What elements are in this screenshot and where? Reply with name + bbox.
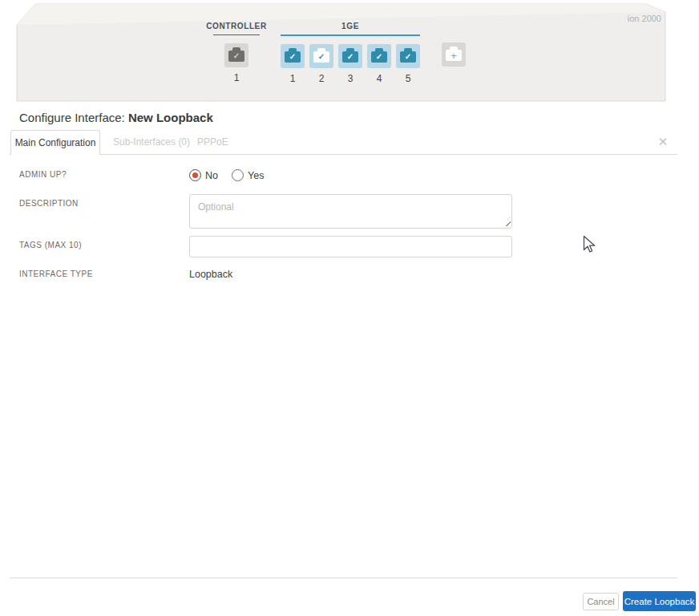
- tab-pppoe[interactable]: PPPoE: [197, 130, 228, 155]
- port-jack-icon: ✓: [228, 51, 244, 62]
- cancel-button[interactable]: Cancel: [583, 593, 619, 610]
- radio-yes-label: Yes: [248, 170, 264, 181]
- device-panel: ion 2000 CONTROLLER ✓ 1 1GE ✓: [0, 0, 699, 104]
- admin-up-radio-yes[interactable]: Yes: [232, 169, 264, 181]
- check-icon: ✓: [285, 51, 301, 63]
- one-ge-port-4[interactable]: ✓: [367, 44, 391, 68]
- device-model-label: ion 2000: [589, 14, 661, 23]
- check-icon: ✓: [400, 51, 416, 63]
- controller-port-group: CONTROLLER ✓ 1: [204, 21, 269, 83]
- one-ge-port-5[interactable]: ✓: [396, 44, 420, 68]
- port-jack-icon: ✓: [313, 51, 329, 63]
- one-ge-port-1[interactable]: ✓: [281, 44, 305, 68]
- create-loopback-button[interactable]: Create Loopback: [623, 591, 696, 611]
- one-ge-group-label: 1GE: [281, 21, 420, 32]
- controller-group-underline: [213, 34, 260, 35]
- port-jack-icon: +: [446, 50, 462, 61]
- check-icon: ✓: [313, 51, 329, 63]
- interface-type-value: Loopback: [189, 269, 232, 280]
- one-ge-port-2[interactable]: ✓: [309, 44, 333, 68]
- port-number: 2: [309, 73, 333, 84]
- check-icon: ✓: [371, 51, 387, 63]
- dialog-title: Configure Interface: New Loopback: [19, 111, 213, 124]
- port-jack-icon: ✓: [371, 51, 387, 63]
- controller-group-label: CONTROLLER: [204, 21, 269, 32]
- radio-unselected-icon[interactable]: [232, 169, 244, 181]
- dialog-title-name: New Loopback: [128, 111, 213, 124]
- description-label: DESCRIPTION: [19, 199, 79, 208]
- one-ge-group-underline: [281, 34, 420, 36]
- close-icon[interactable]: ✕: [656, 135, 670, 149]
- admin-up-radio-group: No Yes: [189, 169, 264, 181]
- tags-input[interactable]: [189, 236, 512, 257]
- port-jack-icon: ✓: [342, 51, 358, 63]
- plus-icon: +: [446, 50, 462, 61]
- port-number: 1: [281, 73, 305, 84]
- tab-sub-interfaces[interactable]: Sub-Interfaces (0): [113, 130, 190, 155]
- tabbar-divider: [10, 154, 677, 155]
- dialog-title-prefix: Configure Interface:: [19, 111, 128, 124]
- port-jack-icon: ✓: [285, 51, 301, 63]
- port-number: 5: [396, 73, 420, 84]
- admin-up-radio-no[interactable]: No: [189, 169, 218, 181]
- add-interface-button[interactable]: +: [442, 43, 466, 67]
- tags-label: TAGS (MAX 10): [19, 241, 82, 249]
- interface-type-label: INTERFACE TYPE: [19, 270, 93, 278]
- controller-port-1[interactable]: ✓: [224, 43, 248, 67]
- footer-divider: [10, 578, 677, 578]
- tab-main-configuration[interactable]: Main Configuration: [10, 130, 100, 155]
- port-number: 4: [367, 73, 391, 84]
- mouse-cursor: [583, 235, 597, 254]
- check-icon: ✓: [342, 51, 358, 63]
- admin-up-label: ADMIN UP?: [19, 170, 67, 179]
- description-textarea[interactable]: [189, 194, 512, 229]
- radio-no-label: No: [205, 170, 218, 181]
- check-icon: ✓: [228, 51, 244, 62]
- one-ge-port-group: 1GE ✓ ✓ ✓ ✓: [281, 21, 420, 84]
- port-jack-icon: ✓: [400, 51, 416, 63]
- radio-selected-icon[interactable]: [189, 169, 201, 181]
- port-number: 3: [338, 73, 362, 84]
- controller-port-number: 1: [224, 72, 248, 83]
- one-ge-port-3[interactable]: ✓: [338, 44, 362, 68]
